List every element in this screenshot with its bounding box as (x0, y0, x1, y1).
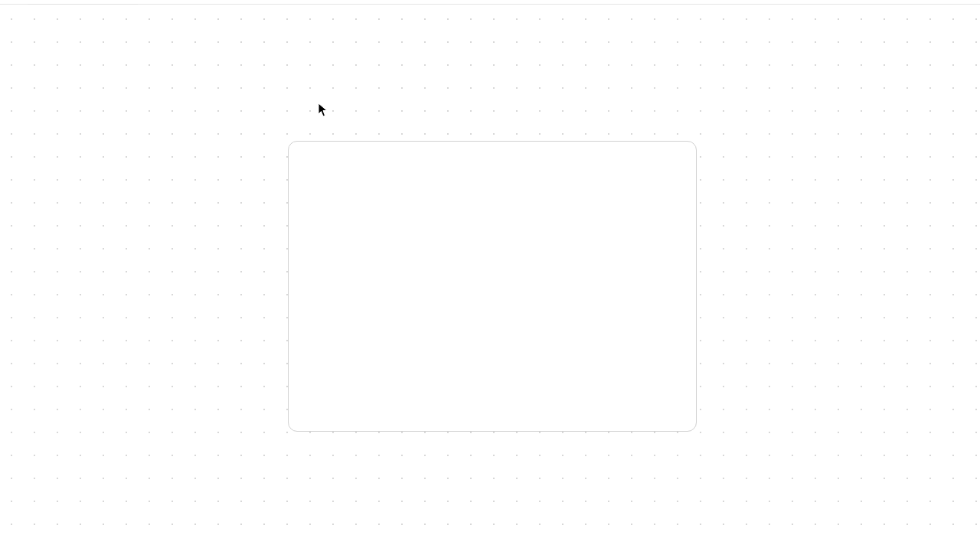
mouse-cursor (318, 103, 328, 118)
canvas-frame[interactable] (288, 141, 697, 432)
design-canvas[interactable] (0, 5, 980, 535)
